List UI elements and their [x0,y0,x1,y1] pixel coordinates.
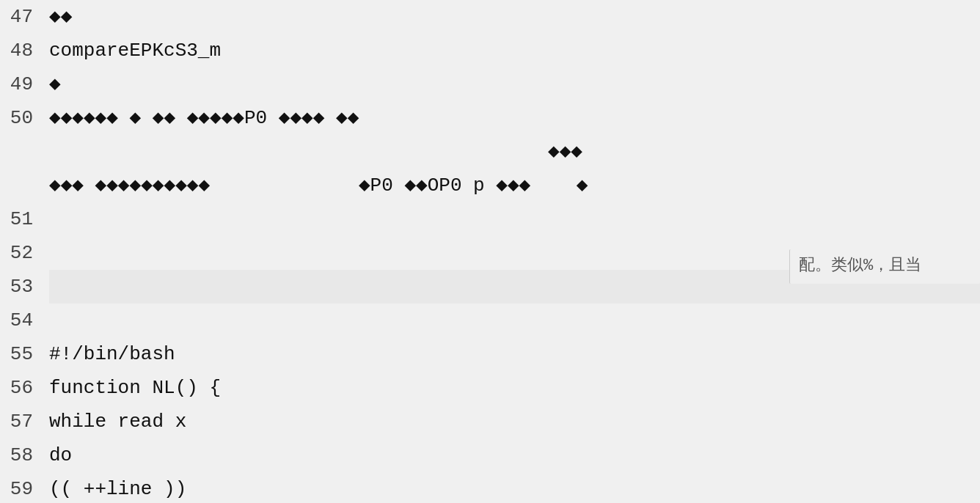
line-numbers: 47 48 49 50 51 52 53 54 55 56 57 58 59 6… [0,0,40,503]
tooltip-popup: 配。类似%，且当 [789,249,980,284]
line-num-58: 58 [0,438,40,472]
code-line-54 [49,304,980,337]
code-line-50a: ◆◆◆◆◆◆ ◆ ◆◆ ◆◆◆◆◆P0 ◆◆◆◆ ◆◆ [49,101,980,135]
code-line-49: ◆ [49,67,980,101]
code-lines: ◆◆ compareEPKcS3_m ◆ ◆◆◆◆◆◆ ◆ ◆◆ ◆◆◆◆◆P0… [40,0,980,503]
line-num-53: 53 [0,270,40,304]
code-line-56: function NL() { [49,371,980,405]
line-num-48: 48 [0,34,40,67]
line-num-49: 49 [0,67,40,101]
line-num-54: 54 [0,304,40,337]
code-line-57: while read x [49,405,980,438]
code-line-55: #!/bin/bash [49,337,980,371]
line-num-50b [0,135,40,169]
code-line-50b: ◆◆◆ [49,135,980,169]
line-num-57: 57 [0,405,40,438]
line-num-47: 47 [0,0,40,34]
line-num-59: 59 [0,472,40,503]
code-line-59: (( ++line )) [49,472,980,503]
line-num-55: 55 [0,337,40,371]
line-num-52: 52 [0,236,40,270]
line-num-51: 51 [0,202,40,236]
code-line-50c: ◆◆◆ ◆◆◆◆◆◆◆◆◆◆ ◆P0 ◆◆OP0 p ◆◆◆ ◆ [49,169,980,202]
tooltip-text: 配。类似%，且当 [799,257,921,275]
code-line-51 [49,202,980,236]
code-line-48: compareEPKcS3_m [49,34,980,67]
line-num-50c [0,169,40,202]
code-editor: 47 48 49 50 51 52 53 54 55 56 57 58 59 6… [0,0,980,503]
code-line-58: do [49,438,980,472]
line-num-50: 50 [0,101,40,135]
line-num-56: 56 [0,371,40,405]
code-line-47: ◆◆ [49,0,980,34]
